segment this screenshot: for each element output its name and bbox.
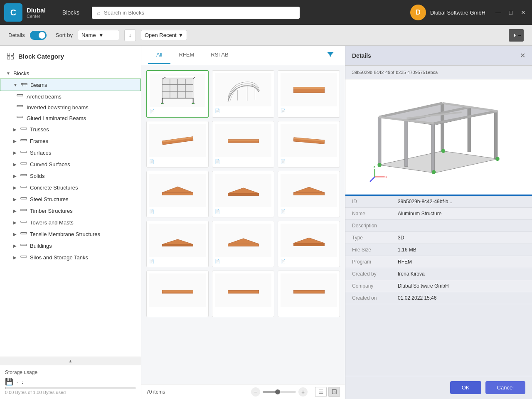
toolbar: Details Sort by Name ▼ ↓ Open Recent ▼ → <box>0 25 532 46</box>
thumb-img-3 <box>281 73 337 106</box>
list-view-button[interactable]: ☰ <box>315 387 327 397</box>
tree-item-tensile[interactable]: ▶ Tensile Membrane Structures <box>0 228 141 240</box>
thumb-card-2[interactable]: 📄 <box>212 70 274 118</box>
thumb-card-5[interactable]: 📄 <box>212 121 274 167</box>
thumb-card-4[interactable]: 📄 <box>146 121 209 167</box>
thumb-img-11 <box>215 224 271 257</box>
details-toggle[interactable] <box>30 31 47 40</box>
tab-rstab[interactable]: RSTAB <box>202 47 236 64</box>
close-button[interactable]: ✕ <box>519 8 528 17</box>
svg-rect-57 <box>363 85 514 189</box>
tab-all[interactable]: All <box>148 47 170 64</box>
cancel-button[interactable]: Cancel <box>485 381 525 394</box>
thumb-card-12[interactable]: 📄 <box>278 221 340 267</box>
svg-rect-21 <box>21 256 27 257</box>
thumb-card-1[interactable]: 📄 <box>146 70 209 118</box>
thumb-card-6[interactable]: 📄 <box>278 121 340 167</box>
details-close-button[interactable]: ✕ <box>520 52 525 59</box>
tree-item-trusses[interactable]: ▶ Trusses <box>0 123 141 135</box>
tree-item-concrete[interactable]: ▶ Concrete Structures <box>0 182 141 193</box>
frames-label: Frames <box>30 138 48 144</box>
storage-label: Storage usage <box>5 369 136 375</box>
thumb-img-1 <box>150 74 205 107</box>
tree-item-blocks[interactable]: ▼ Blocks <box>0 68 141 79</box>
info-value-name: Aluminum Structure <box>398 211 441 217</box>
tree-item-buildings[interactable]: ▶ Buildings <box>0 240 141 251</box>
tensile-icon <box>20 230 27 238</box>
svg-rect-15 <box>21 186 27 187</box>
sort-chevron-icon: ▼ <box>99 32 104 38</box>
filter-icon[interactable] <box>323 46 338 65</box>
thumb-card-11[interactable]: 📄 <box>212 221 274 267</box>
zoom-out-button[interactable]: − <box>251 387 260 397</box>
tree-item-glued-laminated[interactable]: Glued Laminated Beams <box>0 113 141 123</box>
thumb-card-13[interactable] <box>146 271 209 317</box>
tree-item-surfaces[interactable]: ▶ Surfaces <box>0 147 141 158</box>
solids-label: Solids <box>30 173 44 179</box>
info-value-created-on: 01.02.2022 15:46 <box>398 295 436 301</box>
concrete-expand-icon: ▶ <box>12 184 18 191</box>
tab-rfem[interactable]: RFEM <box>170 47 202 64</box>
towers-icon <box>20 219 27 226</box>
open-recent-button[interactable]: Open Recent ▼ <box>141 30 187 40</box>
maximize-button[interactable]: □ <box>506 8 515 17</box>
svg-rect-47 <box>162 192 193 195</box>
tree-item-silos[interactable]: ▶ Silos and Storage Tanks <box>0 251 141 263</box>
zoom-in-button[interactable]: + <box>298 387 308 397</box>
zoom-slider[interactable] <box>263 391 296 393</box>
tree-item-towers[interactable]: ▶ Towers and Masts <box>0 217 141 228</box>
concrete-icon <box>20 184 27 191</box>
svg-rect-12 <box>21 151 27 153</box>
info-value-program: RFEM <box>398 259 412 265</box>
info-key-created-on: Created on <box>352 295 398 301</box>
app-name-section: Dlubal Center <box>27 7 46 19</box>
tree-item-arched-beams[interactable]: Arched beams <box>0 91 141 102</box>
thumb-card-15[interactable] <box>278 271 340 317</box>
thumb-img-14 <box>215 273 271 307</box>
thumb-img-8 <box>215 174 271 207</box>
thumb-card-10[interactable]: 📄 <box>146 221 209 267</box>
sort-select[interactable]: Name ▼ <box>78 30 119 40</box>
thumb-card-14[interactable] <box>212 271 274 317</box>
solids-icon <box>20 172 27 180</box>
curved-surfaces-icon <box>20 160 27 168</box>
glued-laminated-label: Glued Laminated Beams <box>27 115 86 121</box>
tree-item-inverted-bowstring[interactable]: Inverted bowstring beams <box>0 102 141 113</box>
thumb-card-3[interactable]: 📄 <box>278 70 340 118</box>
minimize-button[interactable]: — <box>494 8 503 17</box>
thumb-card-8[interactable]: 📄 <box>212 171 274 217</box>
svg-rect-60 <box>378 117 382 165</box>
nav-blocks[interactable]: Blocks <box>62 9 79 16</box>
svg-rect-8 <box>17 105 23 107</box>
thumb-card-9[interactable]: 📄 <box>278 171 340 217</box>
thumb-foot-5: 📄 <box>215 159 271 165</box>
svg-point-72 <box>378 163 382 167</box>
sort-direction-button[interactable]: ↓ <box>124 30 136 41</box>
ok-button[interactable]: OK <box>450 381 481 394</box>
tree-item-timber[interactable]: ▶ Timber Structures <box>0 205 141 217</box>
frames-icon <box>20 137 27 145</box>
tree-item-beams[interactable]: ▼ Beams <box>0 79 141 91</box>
thumb-grid: 📄 <box>146 70 340 317</box>
tree-item-steel[interactable]: ▶ Steel Structures <box>0 193 141 205</box>
info-row-company: Company Dlubal Software GmbH <box>345 280 532 292</box>
tree-item-frames[interactable]: ▶ Frames <box>0 135 141 147</box>
search-bar[interactable]: ⌕ <box>92 7 300 19</box>
search-input[interactable] <box>104 10 295 16</box>
item-count: 70 items <box>146 389 165 395</box>
svg-rect-61 <box>405 120 408 166</box>
info-key-filesize: File Size <box>352 247 398 253</box>
details-label: Details <box>8 32 25 38</box>
thumb-img-15 <box>281 273 337 307</box>
grid-view-button[interactable]: ⮽ <box>328 387 340 397</box>
blocks-expand-icon: ▼ <box>5 70 12 76</box>
thumb-card-7[interactable]: 📄 <box>146 171 209 217</box>
thumb-img-5 <box>215 124 271 157</box>
tree-item-solids[interactable]: ▶ Solids <box>0 170 141 182</box>
go-button[interactable]: → <box>509 29 524 42</box>
tree-item-curved-surfaces[interactable]: ▶ Curved Surfaces <box>0 158 141 170</box>
thumb-foot-6: 📄 <box>281 159 337 165</box>
silos-expand-icon: ▶ <box>12 254 18 261</box>
info-row-filesize: File Size 1.16 MB <box>345 244 532 256</box>
sidebar-scroll-up[interactable]: ▲ <box>0 357 141 365</box>
